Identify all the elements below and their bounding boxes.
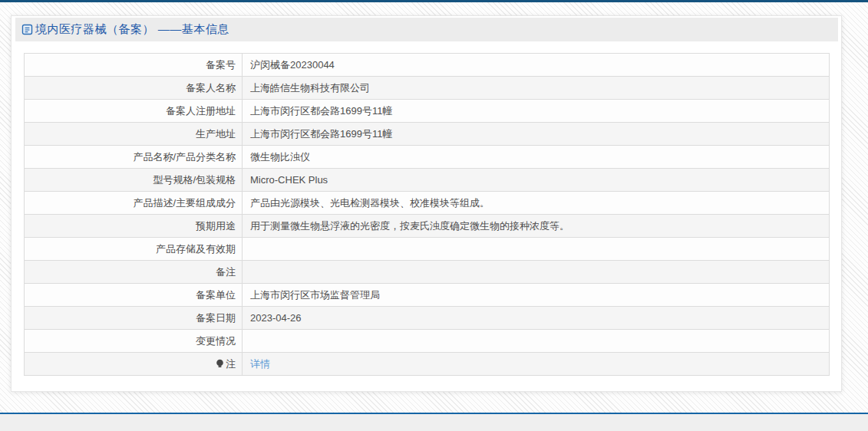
table-row: 备案号沪闵械备20230044 (25, 54, 830, 77)
row-value (243, 261, 830, 284)
record-panel: 境内医疗器械（备案） ——基本信息 备案号沪闵械备20230044备案人名称上海… (11, 15, 842, 392)
row-value: 上海市闵行区都会路1699号11幢 (243, 123, 830, 146)
row-value: 上海皓信生物科技有限公司 (243, 77, 830, 100)
row-value: 产品由光源模块、光电检测器模块、校准模块等组成。 (243, 192, 830, 215)
panel-header: 境内医疗器械（备案） ——基本信息 (15, 18, 838, 41)
row-label: 预期用途 (25, 215, 243, 238)
row-label: 备案人注册地址 (25, 100, 243, 123)
row-label: 注 (25, 353, 243, 376)
table-row: 产品名称/产品分类名称微生物比浊仪 (25, 146, 830, 169)
row-label: 备案单位 (25, 284, 243, 307)
info-table-body: 备案号沪闵械备20230044备案人名称上海皓信生物科技有限公司备案人注册地址上… (25, 54, 830, 376)
row-value: 沪闵械备20230044 (243, 54, 830, 77)
row-label: 备案人名称 (25, 77, 243, 100)
row-value: 微生物比浊仪 (243, 146, 830, 169)
row-label: 备案日期 (25, 307, 243, 330)
table-row: 注详情 (25, 353, 830, 376)
table-row: 备案人注册地址上海市闵行区都会路1699号11幢 (25, 100, 830, 123)
row-value: 详情 (243, 353, 830, 376)
table-row: 预期用途用于测量微生物悬浮液的光密度，按麦氏浊度确定微生物的接种浓度等。 (25, 215, 830, 238)
row-label: 备注 (25, 261, 243, 284)
row-value: 2023-04-26 (243, 307, 830, 330)
table-row: 备注 (25, 261, 830, 284)
page-title: 境内医疗器械（备案） ——基本信息 (35, 22, 229, 37)
document-icon (21, 24, 33, 35)
row-value: Micro-CHEK Plus (243, 169, 830, 192)
row-value: 上海市闵行区都会路1699号11幢 (243, 100, 830, 123)
detail-link[interactable]: 详情 (250, 358, 270, 370)
table-row: 型号规格/包装规格Micro-CHEK Plus (25, 169, 830, 192)
row-label: 型号规格/包装规格 (25, 169, 243, 192)
table-row: 产品描述/主要组成成分产品由光源模块、光电检测器模块、校准模块等组成。 (25, 192, 830, 215)
table-row: 生产地址上海市闵行区都会路1699号11幢 (25, 123, 830, 146)
top-accent-bar (0, 0, 868, 2)
bulb-icon (216, 359, 224, 371)
row-label: 产品存储及有效期 (25, 238, 243, 261)
table-row: 产品存储及有效期 (25, 238, 830, 261)
row-label: 生产地址 (25, 123, 243, 146)
table-row: 备案人名称上海皓信生物科技有限公司 (25, 77, 830, 100)
footer-bar (0, 413, 868, 431)
row-value: 上海市闵行区市场监督管理局 (243, 284, 830, 307)
row-label: 产品名称/产品分类名称 (25, 146, 243, 169)
row-label: 变更情况 (25, 330, 243, 353)
table-row: 变更情况 (25, 330, 830, 353)
table-row: 备案单位上海市闵行区市场监督管理局 (25, 284, 830, 307)
row-label: 产品描述/主要组成成分 (25, 192, 243, 215)
row-value: 用于测量微生物悬浮液的光密度，按麦氏浊度确定微生物的接种浓度等。 (243, 215, 830, 238)
table-row: 备案日期2023-04-26 (25, 307, 830, 330)
info-table: 备案号沪闵械备20230044备案人名称上海皓信生物科技有限公司备案人注册地址上… (24, 53, 830, 376)
row-label: 备案号 (25, 54, 243, 77)
row-value (243, 330, 830, 353)
row-value (243, 238, 830, 261)
